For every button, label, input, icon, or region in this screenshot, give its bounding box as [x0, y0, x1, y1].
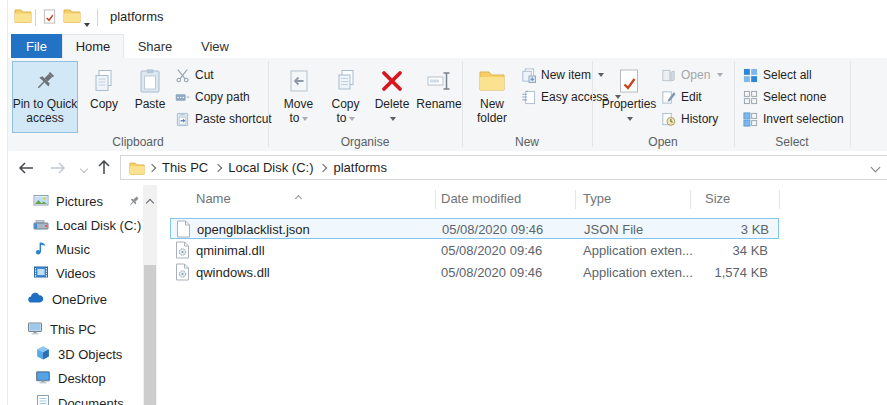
copy-path-icon	[174, 89, 190, 105]
onedrive-icon	[27, 290, 45, 309]
back-button[interactable]	[14, 156, 38, 180]
copy-to-button[interactable]: Copy to	[323, 61, 368, 133]
properties-button[interactable]: Properties	[602, 61, 656, 133]
documents-icon	[35, 394, 51, 405]
copy-button[interactable]: Copy	[82, 61, 126, 133]
tab-view[interactable]: View	[186, 34, 244, 58]
copy-to-label-line2: to	[336, 111, 346, 125]
copy-to-icon	[333, 65, 359, 97]
qat-customize-dropdown[interactable]	[82, 15, 90, 33]
delete-button[interactable]: Delete	[370, 61, 414, 133]
file-name: openglblacklist.json	[197, 222, 310, 237]
rename-icon	[426, 65, 452, 97]
column-header-type[interactable]: Type	[583, 191, 611, 206]
column-divider[interactable]	[435, 190, 436, 209]
ribbon: Pin to Quick access Copy Paste Cut Cop	[8, 58, 887, 152]
file-name: qminimal.dll	[196, 243, 265, 258]
column-divider[interactable]	[575, 190, 576, 209]
delete-icon	[379, 65, 405, 97]
easy-access-icon	[520, 89, 536, 105]
file-row-qwindows[interactable]: qwindows.dll 05/08/2020 09:46 Applicatio…	[170, 262, 779, 283]
column-header-name[interactable]: Name	[196, 191, 231, 206]
sidebar-item-label: Documents	[58, 396, 124, 405]
sidebar-item-local-disk[interactable]: Local Disk (C:)	[33, 214, 143, 236]
invert-selection-button[interactable]: Invert selection	[742, 109, 844, 129]
qat-properties-button[interactable]	[42, 9, 57, 28]
sidebar-item-3d-objects[interactable]: 3D Objects	[35, 343, 143, 365]
file-name: qwindows.dll	[196, 265, 270, 280]
move-to-button[interactable]: Move to	[276, 61, 321, 133]
sidebar-scroll-up-button[interactable]	[147, 192, 153, 210]
file-type: JSON File	[584, 222, 643, 237]
up-button[interactable]	[92, 155, 116, 179]
qat-new-folder-button[interactable]	[63, 8, 81, 27]
new-folder-button[interactable]: New folder	[468, 61, 516, 133]
file-size: 3 KB	[669, 222, 769, 237]
paste-label: Paste	[135, 97, 166, 111]
open-button[interactable]: Open	[660, 65, 723, 85]
qat-separator	[35, 9, 36, 26]
paste-button[interactable]: Paste	[128, 61, 172, 133]
sidebar-item-label: 3D Objects	[58, 347, 122, 362]
paste-shortcut-button[interactable]: Paste shortcut	[174, 109, 272, 129]
3d-objects-icon	[35, 345, 51, 364]
pin-to-quick-access-button[interactable]: Pin to Quick access	[12, 61, 78, 133]
cut-label: Cut	[195, 68, 214, 82]
history-label: History	[681, 112, 718, 126]
sidebar-item-pictures[interactable]: Pictures	[33, 190, 143, 212]
sidebar-scrollbar-thumb[interactable]	[144, 265, 156, 405]
open-group-label: Open	[592, 135, 734, 149]
select-none-button[interactable]: Select none	[742, 87, 826, 107]
forward-button[interactable]	[46, 156, 70, 180]
this-pc-icon	[27, 320, 43, 339]
invert-selection-label: Invert selection	[763, 112, 844, 126]
cut-button[interactable]: Cut	[174, 65, 214, 85]
column-header-size[interactable]: Size	[705, 191, 730, 206]
select-none-label: Select none	[763, 90, 826, 104]
copy-path-label: Copy path	[195, 90, 250, 104]
sidebar-item-label: Local Disk (C:)	[56, 218, 141, 233]
videos-icon	[33, 264, 49, 283]
tab-file[interactable]: File	[11, 34, 62, 58]
group-separator	[850, 61, 851, 147]
sidebar-item-desktop[interactable]: Desktop	[35, 367, 143, 389]
sidebar-item-this-pc[interactable]: This PC	[27, 318, 139, 340]
tab-share[interactable]: Share	[124, 34, 186, 58]
history-button[interactable]: History	[660, 109, 718, 129]
rename-button[interactable]: Rename	[416, 61, 462, 133]
breadcrumb-local-disk[interactable]: Local Disk (C:)	[221, 160, 320, 175]
file-date: 05/08/2020 09:46	[442, 222, 543, 237]
sidebar-item-label: Music	[56, 242, 90, 257]
music-icon	[33, 240, 49, 259]
paste-shortcut-icon	[174, 111, 190, 127]
open-label: Open	[681, 68, 710, 82]
file-row-qminimal[interactable]: qminimal.dll 05/08/2020 09:46 Applicatio…	[170, 240, 779, 261]
file-row-openglblacklist[interactable]: openglblacklist.json 05/08/2020 09:46 JS…	[170, 218, 779, 239]
properties-label: Properties	[602, 97, 657, 111]
address-bar[interactable]: This PC Local Disk (C:) platforms	[120, 155, 887, 180]
pin-label-line2: access	[26, 111, 63, 125]
edit-label: Edit	[681, 90, 702, 104]
pin-icon	[33, 65, 57, 97]
column-header-date-modified[interactable]: Date modified	[441, 191, 521, 206]
new-folder-icon	[477, 65, 507, 97]
sidebar-item-label: Pictures	[56, 194, 103, 209]
sidebar-item-documents[interactable]: Documents	[35, 392, 143, 405]
cut-icon	[174, 67, 190, 83]
select-all-button[interactable]: Select all	[742, 65, 812, 85]
breadcrumb-platforms[interactable]: platforms	[326, 160, 393, 175]
column-divider[interactable]	[690, 190, 691, 209]
sidebar-item-music[interactable]: Music	[33, 238, 143, 260]
column-divider[interactable]	[779, 190, 780, 209]
edit-button[interactable]: Edit	[660, 87, 702, 107]
breadcrumb-this-pc[interactable]: This PC	[155, 160, 215, 175]
sidebar-item-onedrive[interactable]: OneDrive	[27, 288, 139, 310]
copy-path-button[interactable]: Copy path	[174, 87, 250, 107]
tab-home[interactable]: Home	[62, 34, 124, 58]
select-all-label: Select all	[763, 68, 812, 82]
address-dropdown-button[interactable]	[872, 164, 887, 171]
address-folder-icon	[121, 161, 149, 175]
edit-icon	[660, 89, 676, 105]
sidebar-item-videos[interactable]: Videos	[33, 262, 143, 284]
dll-file-icon	[175, 241, 190, 262]
